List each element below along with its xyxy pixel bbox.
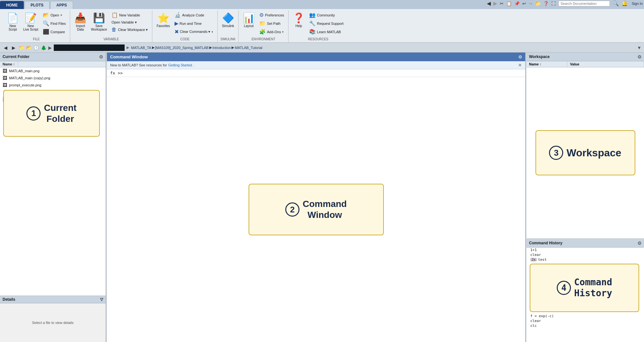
workspace-options-icon[interactable]: ⊙ [638, 54, 641, 59]
details-header[interactable]: Details ▽ [0, 296, 106, 303]
find-files-button[interactable]: 🔍 Find Files [41, 20, 68, 27]
expand-icon[interactable]: ⛶ [551, 1, 556, 6]
main-layout: Current Folder ⊙ Name ↑ 🖼 MATLAB_main.pn… [0, 53, 644, 342]
undo-icon[interactable]: ↩ [522, 1, 526, 6]
history-item-test[interactable]: 2x test [526, 257, 644, 262]
save-workspace-button[interactable]: 💾 Save Workspace [89, 11, 109, 32]
list-item[interactable]: 🖼 prompt_execute.png [0, 82, 106, 89]
open-button[interactable]: 📂 Open ▾ [41, 11, 68, 19]
folder-up-icon[interactable]: 📁 [19, 45, 24, 50]
forward-button[interactable]: ▶ [11, 44, 17, 51]
help-button[interactable]: ❓ Help [291, 11, 306, 29]
overlay-num-4: 4 [557, 281, 571, 295]
breadcrumb-tutorial[interactable]: MATLAB_Tutorial [235, 46, 262, 50]
file-group-label: FILE [5, 37, 67, 42]
code-group-buttons: ⭐ Favorites 🔬 Analyze Code ▶ Run and Tim… [155, 11, 215, 37]
paste-icon[interactable]: 📌 [514, 1, 520, 6]
run-time-icon: ▶ [175, 20, 178, 26]
command-history-options-icon[interactable]: ⊙ [638, 240, 641, 246]
import-data-button[interactable]: 📥 Import Data [73, 11, 88, 32]
community-button[interactable]: 👥 Community [308, 11, 345, 19]
community-icon: 👥 [309, 12, 316, 18]
cut-icon[interactable]: ✂ [500, 1, 504, 6]
cmd-close-btn[interactable]: ✕ [518, 63, 522, 68]
history-icon[interactable]: 🕓 [33, 45, 39, 50]
new-script-button[interactable]: 📄 New Script [5, 11, 20, 32]
folder-icon[interactable]: 📁 [535, 1, 541, 6]
col-name[interactable]: Name ↑ [0, 61, 18, 67]
preferences-label: Preferences [265, 13, 284, 17]
history-item-fexp[interactable]: f = exp(-c) [526, 314, 644, 318]
dropdown-arrow-icon[interactable]: ▼ [637, 45, 641, 50]
ws-col-name[interactable]: Name ↑ [526, 61, 567, 67]
learn-matlab-button[interactable]: 📚 Learn MATLAB [308, 28, 345, 35]
compare-icon: ⬛ [43, 29, 49, 35]
add-ons-button[interactable]: 🧩 Add-Ons ▾ [258, 28, 286, 35]
favorites-button[interactable]: ⭐ Favorites [155, 11, 171, 29]
preferences-button[interactable]: ⚙ Preferences [258, 11, 286, 19]
run-and-time-button[interactable]: ▶ Run and Time [173, 20, 215, 27]
current-folder-header: Current Folder ⊙ [0, 53, 106, 61]
analyze-code-button[interactable]: 🔬 Analyze Code [173, 11, 215, 19]
compare-button[interactable]: ⬛ Compare [41, 28, 68, 35]
getting-started-link[interactable]: Getting Started [168, 63, 192, 67]
breadcrumb-course[interactable]: [MAS109]_2020_Spring_MATLAB [155, 46, 209, 50]
browse-icon[interactable]: 📂 [26, 45, 32, 50]
file-icon-2: 🖼 [3, 75, 7, 81]
breadcrumb-matlab-ta[interactable]: MATLAB_TA [131, 46, 151, 50]
current-folder-panel: Current Folder ⊙ Name ↑ 🖼 MATLAB_main.pn… [0, 53, 106, 342]
folder-tree-icon[interactable]: 🌲 [41, 45, 46, 50]
history-item-clear2[interactable]: clear [526, 318, 644, 323]
tab-plots[interactable]: PLOTS [24, 1, 50, 9]
current-folder-options-icon[interactable]: ⊙ [99, 54, 103, 59]
details-panel: Details ▽ Select a file to view details [0, 296, 106, 342]
command-window-panel: Command Window ⊙ New to MATLAB? See reso… [107, 53, 526, 342]
layout-button[interactable]: 📊 Layout [241, 11, 256, 29]
tab-home[interactable]: HOME [0, 1, 24, 9]
clear-commands-icon: ✖ [175, 29, 179, 35]
history-badge-2x: 2x [530, 258, 537, 261]
tab-apps[interactable]: APPS [50, 1, 73, 9]
getting-started-suffix: . [193, 63, 194, 67]
cmd-prompt-bar: fx >> [107, 69, 525, 77]
breadcrumb-introduction[interactable]: Introduction [213, 46, 231, 50]
history-item-1plus1[interactable]: 1+1 [526, 248, 644, 252]
simulink-group-buttons: 🔷 Simulink [220, 11, 236, 37]
sep3: ▶ [232, 45, 234, 50]
copy-icon[interactable]: 📋 [506, 1, 512, 6]
new-live-script-button[interactable]: 📝 New Live Script [22, 11, 40, 32]
path-box[interactable] [54, 44, 125, 51]
new-variable-button[interactable]: 📋 New Variable [110, 11, 149, 19]
help-circle-icon[interactable]: ❓ [543, 1, 549, 6]
command-window-options-icon[interactable]: ⊙ [518, 54, 522, 59]
history-item-clear[interactable]: clear [526, 252, 644, 257]
favorites-icon: ⭐ [157, 12, 169, 24]
back-button[interactable]: ◀ [3, 44, 9, 51]
open-variable-button[interactable]: Open Variable ▾ [110, 20, 149, 25]
address-bar: ◀ ▶ 📁 📂 🕓 🌲 ▶ ▶ MATLAB_TA ▶ [MAS109]_202… [0, 43, 644, 53]
notification-icon[interactable]: 🔔 [621, 0, 628, 6]
history-item-clc[interactable]: clc [526, 323, 644, 328]
search-input[interactable] [558, 1, 610, 6]
workspace-overlay: 3 Workspace [535, 130, 635, 175]
cmd-info-bar: New to MATLAB? See resources for Getting… [107, 61, 525, 69]
nav-forward-icon[interactable]: ▶ [493, 0, 497, 6]
ws-col-value[interactable]: Value [567, 61, 644, 67]
simulink-button[interactable]: 🔷 Simulink [220, 11, 236, 29]
redo-icon[interactable]: ↪ [529, 1, 533, 6]
list-item[interactable]: 🖼 MATLAB_main.png [0, 67, 106, 74]
file-icon-3: 🖼 [3, 83, 7, 88]
cmd-body[interactable]: 2 Command Window [107, 77, 525, 342]
clear-commands-button[interactable]: ✖ Clear Commands ▾ ▾ [173, 28, 215, 35]
sign-in-button[interactable]: Sign In [630, 1, 644, 6]
request-support-button[interactable]: 🔧 Request Support [308, 20, 345, 27]
search-icon[interactable]: 🔍 [612, 0, 619, 6]
workspace-panel: Workspace ⊙ Name ↑ Value 3 Workspace [526, 53, 644, 238]
chevron-right-icon[interactable]: ▶ [48, 45, 52, 50]
set-path-button[interactable]: 📁 Set Path [258, 20, 286, 27]
clear-workspace-button[interactable]: 🗑 Clear Workspace ▾ [110, 26, 149, 33]
list-item[interactable]: 🖼 MATLAB_main (copy).png [0, 74, 106, 82]
details-collapse-icon[interactable]: ▽ [100, 297, 103, 302]
nav-back-icon[interactable]: ◀ [487, 0, 491, 6]
sep2: ▶ [209, 45, 212, 50]
